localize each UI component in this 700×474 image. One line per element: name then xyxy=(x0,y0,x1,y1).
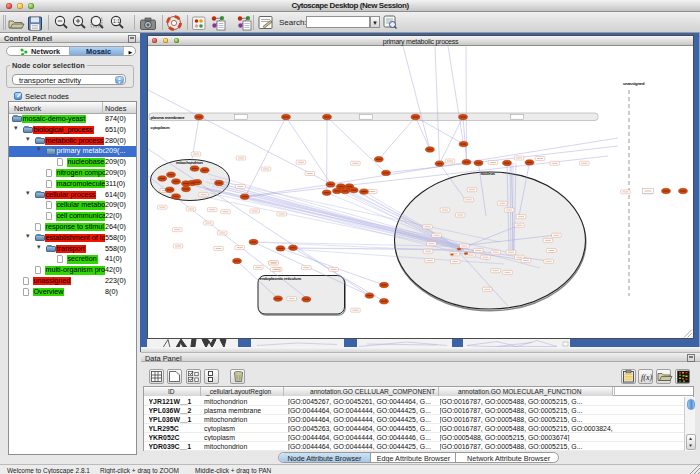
svg-text:mitochondrion: mitochondrion xyxy=(176,160,203,165)
svg-text:unassigned: unassigned xyxy=(623,80,645,85)
svg-text:1:1: 1:1 xyxy=(113,18,120,24)
svg-text:f(x): f(x) xyxy=(641,373,652,382)
svg-text:cytoplasm: cytoplasm xyxy=(151,125,170,130)
svg-text:endoplasmic reticulum: endoplasmic reticulum xyxy=(260,276,302,281)
svg-text:nucleus: nucleus xyxy=(481,170,496,175)
svg-text:plasma membrane: plasma membrane xyxy=(151,114,186,119)
